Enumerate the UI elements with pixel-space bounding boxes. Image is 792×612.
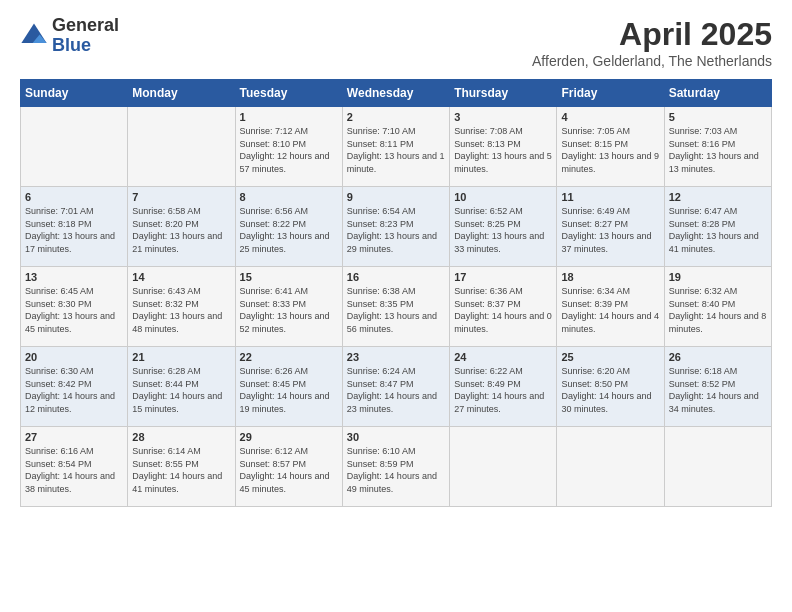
calendar-cell: 21Sunrise: 6:28 AM Sunset: 8:44 PM Dayli…: [128, 347, 235, 427]
day-info: Sunrise: 7:05 AM Sunset: 8:15 PM Dayligh…: [561, 125, 659, 175]
day-number: 4: [561, 111, 659, 123]
header-row: SundayMondayTuesdayWednesdayThursdayFrid…: [21, 80, 772, 107]
calendar-cell: 11Sunrise: 6:49 AM Sunset: 8:27 PM Dayli…: [557, 187, 664, 267]
week-row: 20Sunrise: 6:30 AM Sunset: 8:42 PM Dayli…: [21, 347, 772, 427]
calendar-table: SundayMondayTuesdayWednesdayThursdayFrid…: [20, 79, 772, 507]
week-row: 13Sunrise: 6:45 AM Sunset: 8:30 PM Dayli…: [21, 267, 772, 347]
day-info: Sunrise: 6:22 AM Sunset: 8:49 PM Dayligh…: [454, 365, 552, 415]
title-block: April 2025 Afferden, Gelderland, The Net…: [532, 16, 772, 69]
day-number: 16: [347, 271, 445, 283]
calendar-cell: 23Sunrise: 6:24 AM Sunset: 8:47 PM Dayli…: [342, 347, 449, 427]
day-info: Sunrise: 6:10 AM Sunset: 8:59 PM Dayligh…: [347, 445, 445, 495]
calendar-cell: 4Sunrise: 7:05 AM Sunset: 8:15 PM Daylig…: [557, 107, 664, 187]
calendar-cell: 28Sunrise: 6:14 AM Sunset: 8:55 PM Dayli…: [128, 427, 235, 507]
calendar-cell: 10Sunrise: 6:52 AM Sunset: 8:25 PM Dayli…: [450, 187, 557, 267]
calendar-cell: [128, 107, 235, 187]
day-info: Sunrise: 7:10 AM Sunset: 8:11 PM Dayligh…: [347, 125, 445, 175]
calendar-cell: 24Sunrise: 6:22 AM Sunset: 8:49 PM Dayli…: [450, 347, 557, 427]
day-header-sunday: Sunday: [21, 80, 128, 107]
day-number: 8: [240, 191, 338, 203]
day-header-tuesday: Tuesday: [235, 80, 342, 107]
calendar-cell: 15Sunrise: 6:41 AM Sunset: 8:33 PM Dayli…: [235, 267, 342, 347]
day-number: 26: [669, 351, 767, 363]
day-number: 23: [347, 351, 445, 363]
day-number: 5: [669, 111, 767, 123]
calendar-cell: 22Sunrise: 6:26 AM Sunset: 8:45 PM Dayli…: [235, 347, 342, 427]
day-info: Sunrise: 6:52 AM Sunset: 8:25 PM Dayligh…: [454, 205, 552, 255]
day-info: Sunrise: 6:30 AM Sunset: 8:42 PM Dayligh…: [25, 365, 123, 415]
day-info: Sunrise: 6:49 AM Sunset: 8:27 PM Dayligh…: [561, 205, 659, 255]
day-number: 10: [454, 191, 552, 203]
day-header-wednesday: Wednesday: [342, 80, 449, 107]
calendar-cell: 17Sunrise: 6:36 AM Sunset: 8:37 PM Dayli…: [450, 267, 557, 347]
day-number: 2: [347, 111, 445, 123]
calendar-cell: 18Sunrise: 6:34 AM Sunset: 8:39 PM Dayli…: [557, 267, 664, 347]
day-info: Sunrise: 6:14 AM Sunset: 8:55 PM Dayligh…: [132, 445, 230, 495]
day-info: Sunrise: 7:01 AM Sunset: 8:18 PM Dayligh…: [25, 205, 123, 255]
day-number: 21: [132, 351, 230, 363]
day-info: Sunrise: 6:38 AM Sunset: 8:35 PM Dayligh…: [347, 285, 445, 335]
day-info: Sunrise: 6:18 AM Sunset: 8:52 PM Dayligh…: [669, 365, 767, 415]
day-number: 1: [240, 111, 338, 123]
calendar-cell: 26Sunrise: 6:18 AM Sunset: 8:52 PM Dayli…: [664, 347, 771, 427]
day-info: Sunrise: 7:03 AM Sunset: 8:16 PM Dayligh…: [669, 125, 767, 175]
day-header-saturday: Saturday: [664, 80, 771, 107]
day-number: 18: [561, 271, 659, 283]
day-header-friday: Friday: [557, 80, 664, 107]
calendar-cell: 29Sunrise: 6:12 AM Sunset: 8:57 PM Dayli…: [235, 427, 342, 507]
calendar-cell: 27Sunrise: 6:16 AM Sunset: 8:54 PM Dayli…: [21, 427, 128, 507]
day-number: 7: [132, 191, 230, 203]
day-number: 17: [454, 271, 552, 283]
week-row: 27Sunrise: 6:16 AM Sunset: 8:54 PM Dayli…: [21, 427, 772, 507]
logo-general: General: [52, 16, 119, 36]
day-number: 9: [347, 191, 445, 203]
day-info: Sunrise: 6:34 AM Sunset: 8:39 PM Dayligh…: [561, 285, 659, 335]
day-info: Sunrise: 6:58 AM Sunset: 8:20 PM Dayligh…: [132, 205, 230, 255]
day-info: Sunrise: 6:28 AM Sunset: 8:44 PM Dayligh…: [132, 365, 230, 415]
day-header-monday: Monday: [128, 80, 235, 107]
calendar-cell: [664, 427, 771, 507]
calendar-cell: 9Sunrise: 6:54 AM Sunset: 8:23 PM Daylig…: [342, 187, 449, 267]
day-number: 14: [132, 271, 230, 283]
calendar-cell: 14Sunrise: 6:43 AM Sunset: 8:32 PM Dayli…: [128, 267, 235, 347]
day-info: Sunrise: 6:56 AM Sunset: 8:22 PM Dayligh…: [240, 205, 338, 255]
calendar-cell: 8Sunrise: 6:56 AM Sunset: 8:22 PM Daylig…: [235, 187, 342, 267]
calendar-cell: 30Sunrise: 6:10 AM Sunset: 8:59 PM Dayli…: [342, 427, 449, 507]
day-info: Sunrise: 6:43 AM Sunset: 8:32 PM Dayligh…: [132, 285, 230, 335]
day-number: 25: [561, 351, 659, 363]
day-number: 19: [669, 271, 767, 283]
day-info: Sunrise: 6:54 AM Sunset: 8:23 PM Dayligh…: [347, 205, 445, 255]
logo-icon: [20, 22, 48, 50]
week-row: 6Sunrise: 7:01 AM Sunset: 8:18 PM Daylig…: [21, 187, 772, 267]
day-number: 20: [25, 351, 123, 363]
calendar-cell: 3Sunrise: 7:08 AM Sunset: 8:13 PM Daylig…: [450, 107, 557, 187]
calendar-cell: [21, 107, 128, 187]
day-number: 30: [347, 431, 445, 443]
day-info: Sunrise: 6:47 AM Sunset: 8:28 PM Dayligh…: [669, 205, 767, 255]
calendar-cell: 25Sunrise: 6:20 AM Sunset: 8:50 PM Dayli…: [557, 347, 664, 427]
month-title: April 2025: [532, 16, 772, 53]
calendar-cell: 19Sunrise: 6:32 AM Sunset: 8:40 PM Dayli…: [664, 267, 771, 347]
day-number: 13: [25, 271, 123, 283]
day-number: 12: [669, 191, 767, 203]
calendar-cell: 6Sunrise: 7:01 AM Sunset: 8:18 PM Daylig…: [21, 187, 128, 267]
day-number: 29: [240, 431, 338, 443]
logo: General Blue: [20, 16, 119, 56]
calendar-cell: 2Sunrise: 7:10 AM Sunset: 8:11 PM Daylig…: [342, 107, 449, 187]
header: General Blue April 2025 Afferden, Gelder…: [20, 16, 772, 69]
day-header-thursday: Thursday: [450, 80, 557, 107]
logo-blue: Blue: [52, 36, 119, 56]
day-info: Sunrise: 6:24 AM Sunset: 8:47 PM Dayligh…: [347, 365, 445, 415]
day-number: 3: [454, 111, 552, 123]
day-info: Sunrise: 6:20 AM Sunset: 8:50 PM Dayligh…: [561, 365, 659, 415]
day-number: 27: [25, 431, 123, 443]
day-number: 24: [454, 351, 552, 363]
day-info: Sunrise: 6:45 AM Sunset: 8:30 PM Dayligh…: [25, 285, 123, 335]
logo-text: General Blue: [52, 16, 119, 56]
day-number: 22: [240, 351, 338, 363]
week-row: 1Sunrise: 7:12 AM Sunset: 8:10 PM Daylig…: [21, 107, 772, 187]
calendar-cell: [557, 427, 664, 507]
day-info: Sunrise: 6:41 AM Sunset: 8:33 PM Dayligh…: [240, 285, 338, 335]
calendar-cell: 13Sunrise: 6:45 AM Sunset: 8:30 PM Dayli…: [21, 267, 128, 347]
calendar-cell: 1Sunrise: 7:12 AM Sunset: 8:10 PM Daylig…: [235, 107, 342, 187]
